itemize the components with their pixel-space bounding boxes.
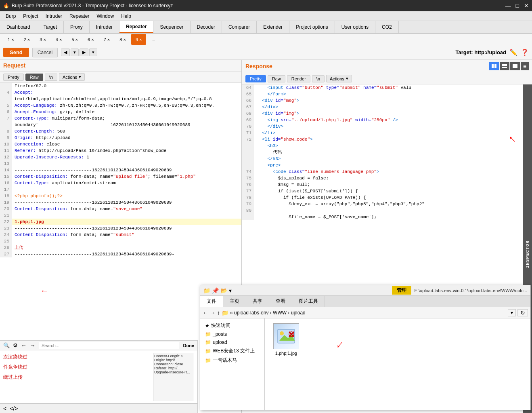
nav-dropdown[interactable]: ▾: [71, 48, 79, 56]
send-button[interactable]: Send: [3, 48, 29, 57]
request-tab-n[interactable]: \n: [45, 74, 57, 81]
file-sidebar-upload[interactable]: 📁 upload: [203, 338, 262, 346]
file-tab-share[interactable]: 共享: [246, 296, 269, 307]
response-tab-render[interactable]: Render: [287, 75, 310, 82]
file-sidebar-oneliner[interactable]: 📁 一句话木马: [203, 356, 262, 365]
nav-forward[interactable]: ▶: [80, 48, 88, 56]
response-line: 76 $msg = null;: [242, 181, 523, 188]
file-main-area: 1.php;1.jpg: [265, 318, 530, 410]
pin-icon: 📌: [212, 287, 219, 294]
session-9[interactable]: 9 ×: [131, 34, 147, 45]
tab-decoder[interactable]: Decoder: [191, 21, 222, 33]
session-7[interactable]: 7 ×: [99, 34, 115, 45]
menu-intruder[interactable]: Intruder: [42, 13, 65, 20]
tab-repeater[interactable]: Repeater: [119, 21, 153, 33]
file-sidebar-posts[interactable]: 📁 _posts: [203, 330, 262, 338]
request-line: 7Content-Type: multipart/form-data;: [0, 115, 241, 122]
folder-icon: 📁: [205, 348, 211, 354]
titlebar: 🔥 Burp Suite Professional v2021.3 - Temp…: [0, 0, 532, 11]
request-line: 11Referer: http://upload/Pass-19/index.p…: [0, 148, 241, 154]
request-line: 20Content-Disposition: form-data; name="…: [0, 206, 241, 212]
tab-project-options[interactable]: Project options: [289, 21, 335, 33]
tab-comparer[interactable]: Comparer: [222, 21, 257, 33]
manage-label: 管理: [392, 286, 411, 295]
status-forward-btn[interactable]: →: [30, 342, 36, 349]
file-sidebar-quick-access[interactable]: ★ 快速访问: [203, 321, 262, 330]
help-btn[interactable]: ❓: [521, 48, 529, 56]
tab-extender[interactable]: Extender: [257, 21, 289, 33]
request-tab-pretty[interactable]: Pretty: [3, 74, 24, 81]
file-back-btn[interactable]: ←: [203, 310, 208, 316]
close-btn[interactable]: ✕: [524, 2, 529, 9]
file-sidebar-web[interactable]: 📁 WEB安全13 文件上: [203, 346, 262, 356]
menu-help[interactable]: Help: [118, 13, 134, 20]
tab-proxy[interactable]: Proxy: [64, 21, 90, 33]
nav-back[interactable]: ◀: [61, 48, 70, 56]
cancel-button[interactable]: Cancel: [32, 48, 58, 57]
request-tab-raw[interactable]: Raw: [25, 74, 43, 81]
session-5[interactable]: 5 ×: [67, 34, 82, 45]
view-split-btn[interactable]: [489, 62, 499, 70]
menu-project[interactable]: Project: [20, 13, 41, 20]
file-tab-view[interactable]: 查看: [269, 296, 292, 307]
status-back-btn[interactable]: ←: [21, 342, 27, 349]
request-actions-btn[interactable]: Actions ▾: [59, 73, 85, 81]
nav-buttons: ◀ ▾ ▶ ▾: [61, 48, 97, 56]
session-3[interactable]: 3 ×: [35, 34, 50, 45]
response-panel-header: Response ≡: [242, 60, 532, 73]
menu-burp[interactable]: Burp: [2, 13, 19, 20]
minimize-btn[interactable]: —: [505, 2, 511, 9]
file-tab-files[interactable]: 文件: [200, 296, 223, 307]
settings-icon[interactable]: ⚙: [13, 342, 18, 348]
session-4[interactable]: 4 ×: [51, 34, 67, 45]
file-tab-home[interactable]: 主页: [223, 296, 246, 307]
nav-folder-icon: 📁: [222, 310, 228, 316]
response-actions-btn[interactable]: Actions ▾: [326, 75, 352, 82]
file-nav-dropdown[interactable]: ▾: [508, 309, 516, 316]
file-tab-image-tools[interactable]: 图片工具: [292, 296, 325, 307]
file-refresh-btn[interactable]: ↻: [517, 309, 528, 316]
menubar: Burp Project Intruder Repeater Window He…: [0, 11, 532, 21]
response-tab-pretty[interactable]: Pretty: [245, 75, 266, 82]
tab-co2[interactable]: CO2: [375, 21, 399, 33]
file-up-btn[interactable]: ↑: [217, 310, 220, 316]
tab-sequencer[interactable]: Sequencer: [153, 21, 190, 33]
file-nav-right: ▾ ↻: [508, 309, 528, 316]
view-menu-btn[interactable]: ≡: [521, 62, 529, 70]
maximize-btn[interactable]: □: [516, 2, 519, 9]
view-horizontal-btn[interactable]: [500, 62, 509, 70]
request-line: Firefox/87.0: [0, 83, 241, 89]
window-controls[interactable]: — □ ✕: [505, 2, 529, 9]
bottom-nav-left[interactable]: <: [3, 405, 6, 412]
response-line: 75 $is_upload = false;: [242, 175, 523, 181]
request-line: 6Accept-Encoding: gzip, deflate: [0, 109, 241, 115]
folder-icon: 📁: [205, 339, 211, 345]
response-line: 71 </li>: [242, 130, 523, 136]
view-single-btn[interactable]: [510, 62, 520, 70]
response-line: 代码: [242, 149, 523, 156]
response-tab-raw[interactable]: Raw: [268, 75, 285, 82]
response-line: <h3>: [242, 143, 523, 149]
help-icon[interactable]: 🔍: [3, 342, 10, 348]
session-8[interactable]: 8 ×: [115, 34, 130, 45]
file-item-php-jpg[interactable]: 1.php;1.jpg: [268, 322, 304, 357]
tab-target[interactable]: Target: [37, 21, 64, 33]
session-2[interactable]: 2 ×: [19, 34, 35, 45]
tab-intruder[interactable]: Intruder: [90, 21, 119, 33]
tab-dashboard[interactable]: Dashboard: [0, 21, 37, 33]
search-input[interactable]: [39, 342, 180, 349]
nav-forward-dropdown[interactable]: ▾: [89, 48, 97, 56]
dropdown-icon[interactable]: ▾: [229, 287, 232, 294]
response-line: <pre>: [242, 162, 523, 169]
tab-user-options[interactable]: User options: [335, 21, 375, 33]
request-panel-title: Request: [3, 62, 25, 69]
menu-repeater[interactable]: Repeater: [66, 13, 92, 20]
bottom-nav-right[interactable]: </>: [10, 405, 18, 412]
session-1[interactable]: 1 ×: [3, 34, 19, 45]
file-forward-btn[interactable]: →: [210, 310, 216, 316]
session-more[interactable]: ...: [147, 34, 159, 45]
menu-window[interactable]: Window: [93, 13, 117, 20]
edit-target-btn[interactable]: ✏️: [509, 48, 517, 56]
response-tab-n[interactable]: \n: [312, 75, 325, 82]
session-6[interactable]: 6 ×: [83, 34, 98, 45]
